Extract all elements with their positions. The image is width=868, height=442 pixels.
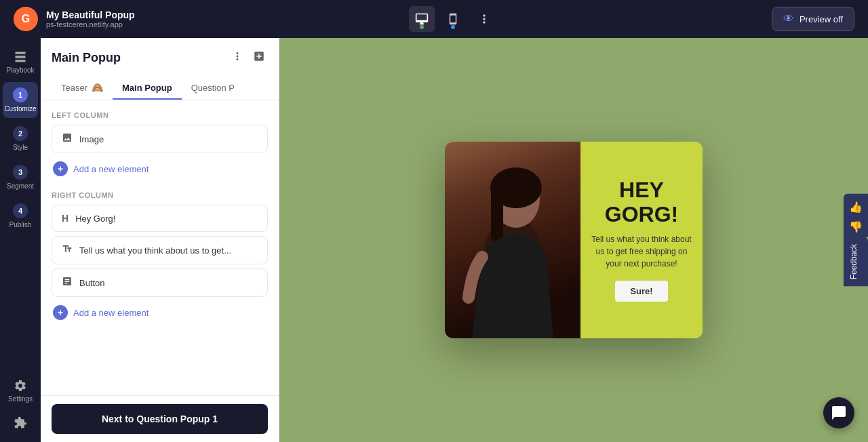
- nav-puzzle[interactable]: [3, 411, 38, 435]
- nav-customize-label: Customize: [4, 105, 36, 113]
- settings-label: Settings: [8, 395, 33, 403]
- playbook-icon: [14, 50, 27, 64]
- editor-content: LEFT COLUMN Image + Add a new element RI…: [41, 100, 279, 395]
- mobile-active-dot: [451, 25, 455, 29]
- desktop-view-button[interactable]: [409, 6, 435, 32]
- left-add-element-button[interactable]: + Add a new element: [52, 157, 268, 180]
- image-icon: [62, 132, 73, 146]
- site-name: My Beautiful Popup: [46, 9, 135, 20]
- right-column-label: RIGHT COLUMN: [52, 191, 268, 199]
- text-element-label: Tell us what you think about us to get..…: [79, 245, 231, 256]
- button-icon: [62, 276, 73, 289]
- heading-element[interactable]: H Hey Gorg!: [52, 205, 268, 232]
- feedback-tab[interactable]: Feedback: [844, 237, 868, 287]
- preview-off-button[interactable]: 👁 Preview off: [772, 7, 854, 31]
- editor-header: Main Popup Teaser 🙈 Main Popup: [41, 38, 279, 100]
- device-switcher: [409, 6, 497, 32]
- tab-teaser[interactable]: Teaser 🙈: [52, 77, 113, 100]
- tab-main-popup-label: Main Popup: [122, 83, 172, 93]
- editor-title: Main Popup: [52, 51, 121, 65]
- text-element[interactable]: Tell us what you think about us to get..…: [52, 236, 268, 264]
- right-add-icon: +: [53, 305, 68, 320]
- site-url: ps-testceren.netlify.app: [46, 20, 135, 28]
- preview-icon: 👁: [783, 13, 794, 25]
- topbar-left: G My Beautiful Popup ps-testceren.netlif…: [14, 7, 135, 31]
- style-number: 2: [13, 126, 28, 141]
- popup-image: [445, 142, 580, 338]
- tab-teaser-label: Teaser: [61, 83, 87, 93]
- feedback-panel: 👍 👎 Feedback: [844, 194, 868, 287]
- woman-silhouette: [445, 142, 580, 338]
- nav-settings[interactable]: Settings: [3, 374, 38, 408]
- feedback-icons-panel: 👍 👎: [844, 194, 868, 237]
- editor-footer: Next to Question Popup 1: [41, 395, 279, 442]
- svg-rect-3: [491, 188, 503, 242]
- tab-main-popup[interactable]: Main Popup: [113, 77, 182, 100]
- more-popup-options-button[interactable]: [229, 47, 246, 68]
- add-popup-button[interactable]: [250, 47, 268, 68]
- eye-off-icon: 🙈: [92, 82, 103, 93]
- editor-panel: Main Popup Teaser 🙈 Main Popup: [41, 38, 279, 442]
- popup-image-column: [445, 142, 580, 338]
- preview-area: HEY GORG! Tell us what you think about u…: [279, 38, 868, 442]
- nav-publish[interactable]: 4 Publish: [3, 198, 38, 234]
- chat-button[interactable]: [823, 397, 854, 428]
- popup-body-text: Tell us what you think about us to get f…: [591, 233, 692, 270]
- image-element[interactable]: Image: [52, 125, 268, 153]
- left-column-label: LEFT COLUMN: [52, 111, 268, 119]
- tab-question-popup-label: Question P: [191, 83, 235, 93]
- image-element-label: Image: [79, 134, 104, 144]
- customize-number: 1: [13, 87, 28, 102]
- segment-number: 3: [13, 165, 28, 180]
- tab-question-popup[interactable]: Question P: [182, 77, 244, 100]
- heading-element-label: Hey Gorg!: [75, 214, 115, 224]
- left-add-label: Add a new element: [73, 164, 149, 174]
- right-add-element-button[interactable]: + Add a new element: [52, 301, 268, 324]
- publish-number: 4: [13, 203, 28, 218]
- text-icon: [62, 243, 73, 257]
- settings-icon: [14, 379, 27, 393]
- nav-segment[interactable]: 3 Segment: [3, 159, 38, 195]
- button-element-label: Button: [79, 278, 105, 288]
- left-add-icon: +: [53, 161, 68, 176]
- main-layout: Playbook 1 Customize 2 Style 3 Segment 4…: [0, 38, 868, 442]
- desktop-active-dot: [420, 25, 424, 29]
- topbar: G My Beautiful Popup ps-testceren.netlif…: [0, 0, 868, 38]
- puzzle-icon: [14, 416, 27, 430]
- nav-style[interactable]: 2 Style: [3, 121, 38, 157]
- app-logo: G: [14, 7, 38, 31]
- nav-style-label: Style: [13, 144, 28, 151]
- logo-letter: G: [22, 13, 30, 25]
- popup-cta-button[interactable]: Sure!: [615, 281, 667, 302]
- nav-playbook-label: Playbook: [6, 66, 34, 74]
- button-element[interactable]: Button: [52, 268, 268, 297]
- popup-content-column: HEY GORG! Tell us what you think about u…: [580, 142, 703, 338]
- popup-card: HEY GORG! Tell us what you think about u…: [445, 142, 703, 338]
- tabs-row: Teaser 🙈 Main Popup Question P: [52, 77, 268, 100]
- nav-customize[interactable]: 1 Customize: [3, 82, 38, 118]
- mobile-view-button[interactable]: [440, 6, 466, 32]
- next-button[interactable]: Next to Question Popup 1: [52, 404, 268, 434]
- right-add-label: Add a new element: [73, 308, 149, 318]
- nav-playbook[interactable]: Playbook: [3, 45, 38, 79]
- heading-icon: H: [62, 212, 68, 224]
- preview-label: Preview off: [800, 14, 843, 24]
- nav-segment-label: Segment: [7, 182, 34, 190]
- nav-publish-label: Publish: [9, 221, 32, 228]
- popup-heading: HEY GORG!: [605, 178, 678, 226]
- editor-title-row: Main Popup: [52, 47, 268, 68]
- thumbsdown-icon[interactable]: 👎: [849, 220, 863, 233]
- more-options-button[interactable]: [471, 6, 497, 32]
- sidebar-nav: Playbook 1 Customize 2 Style 3 Segment 4…: [0, 38, 41, 442]
- editor-header-actions: [229, 47, 268, 68]
- site-info: My Beautiful Popup ps-testceren.netlify.…: [46, 9, 135, 28]
- thumbsup-icon[interactable]: 👍: [849, 201, 863, 214]
